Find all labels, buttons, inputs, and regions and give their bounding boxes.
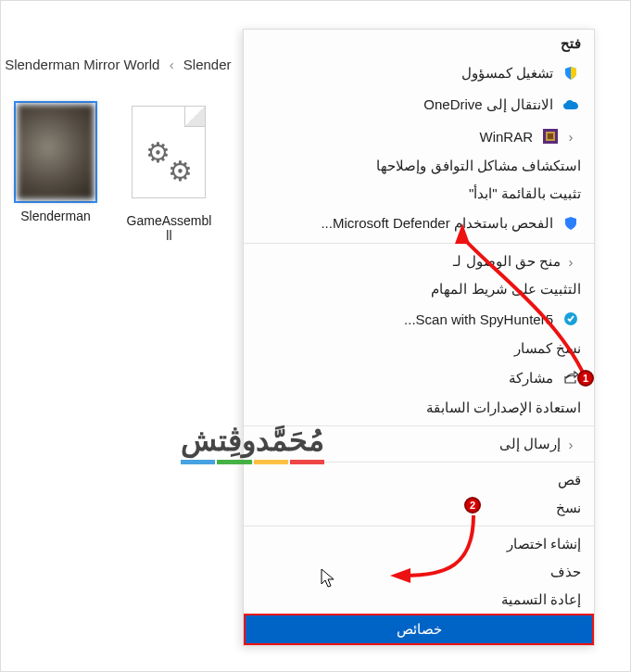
file-thumbnail[interactable] [14,101,97,203]
file-list[interactable]: Slenderman ⚙ ⚙ GameAssemblll [1,94,232,671]
menu-separator [244,243,594,244]
shield-icon [561,213,581,234]
menu-pin-taskbar[interactable]: التثبيت على شريط المهام [244,275,594,303]
winrar-icon [540,126,561,146]
breadcrumb-part[interactable]: Slender [183,57,232,72]
chevron-left-icon: ‹ [561,254,581,270]
menu-onedrive[interactable]: الانتقال إلى OneDrive [244,89,594,120]
menu-grant-access[interactable]: ‹ منح حق الوصول لـ [244,247,594,275]
breadcrumb-part[interactable]: Slenderman Mirror World [5,57,159,72]
gear-icon: ⚙ [168,155,193,187]
breadcrumb[interactable]: Slenderman Mirror World ‹ Slender [1,57,232,72]
menu-delete[interactable]: حذف [244,558,594,586]
menu-defender-scan[interactable]: الفحص باستخدام Microsoft Defender... [244,208,594,239]
menu-winrar[interactable]: ‹ WinRAR [244,120,594,152]
menu-create-shortcut[interactable]: إنشاء اختصار [244,530,594,558]
file-label: Slenderman [5,209,107,223]
menu-copy-path[interactable]: نسخ كمسار [244,335,594,362]
file-item-slenderman[interactable]: Slenderman [5,101,107,223]
menu-copy[interactable]: نسخ [244,494,594,522]
shield-icon [561,63,581,83]
menu-cut[interactable]: قص [244,466,594,494]
annotation-badge-2: 2 [464,497,481,514]
menu-separator [244,526,594,526]
chevron-left-icon: ‹ [561,437,581,452]
file-label: GameAssemblll [118,213,220,243]
menu-spyhunter[interactable]: Scan with SpyHunter5... [244,303,594,335]
menu-properties[interactable]: خصائص [244,614,594,645]
annotation-badge-1: 1 [577,370,594,387]
menu-share[interactable]: مشاركة [244,362,594,394]
context-menu: فتح تشغيل كمسؤول الانتقال إلى OneDrive ‹… [243,29,595,646]
breadcrumb-separator: ‹ [170,57,174,72]
menu-compat-troubleshoot[interactable]: استكشاف مشاكل التوافق وإصلاحها [244,152,594,180]
menu-pin-start[interactable]: تثبيت بالقائمة "ابدأ" [244,180,594,208]
file-item-gameassembly[interactable]: ⚙ ⚙ GameAssemblll [118,101,220,243]
svg-rect-2 [548,133,553,139]
gear-icon: ⚙ [145,136,170,169]
menu-rename[interactable]: إعادة التسمية [244,586,594,614]
menu-run-as-admin[interactable]: تشغيل كمسؤول [244,57,594,89]
chevron-left-icon: ‹ [561,129,581,145]
menu-restore-versions[interactable]: استعادة الإصدارات السابقة [244,394,594,422]
cloud-icon [561,95,581,115]
spyhunter-icon [561,309,581,329]
file-icon: ⚙ ⚙ [127,106,210,208]
menu-open[interactable]: فتح [244,30,594,57]
watermark: مُحَمَّدوڤِتش [181,423,324,464]
